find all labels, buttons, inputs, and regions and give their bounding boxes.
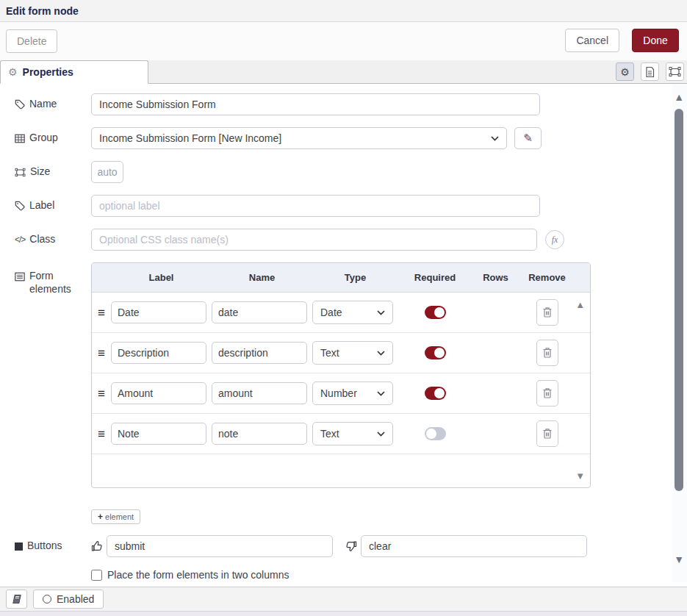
gear-icon: ⚙: [620, 67, 630, 77]
node-help-button[interactable]: [6, 590, 27, 609]
class-input[interactable]: [91, 229, 537, 251]
required-toggle[interactable]: [425, 306, 446, 319]
scrollbar-thumb[interactable]: [675, 109, 683, 491]
add-element-button[interactable]: + element: [91, 509, 140, 524]
table-scroll-down-icon[interactable]: ▼: [575, 471, 585, 481]
size-button[interactable]: auto: [91, 161, 123, 183]
remove-element-button[interactable]: [536, 380, 558, 407]
drag-handle-icon[interactable]: ≡: [92, 307, 111, 319]
buttons-label: Buttons: [15, 540, 91, 553]
required-column-header: Required: [398, 272, 472, 283]
remove-element-button[interactable]: [536, 340, 558, 366]
element-name-input[interactable]: [212, 423, 307, 445]
element-type-select[interactable]: Number: [312, 382, 393, 405]
document-icon: [644, 66, 655, 78]
buttons-row: Buttons: [15, 535, 687, 557]
name-column-header: Name: [212, 272, 312, 283]
status-circle-icon: [43, 595, 51, 604]
cancel-button[interactable]: Cancel: [565, 29, 619, 52]
tab-action-buttons: ⚙: [616, 62, 684, 81]
element-label-input[interactable]: [111, 423, 206, 445]
label-input[interactable]: [91, 195, 540, 217]
trash-icon: [542, 428, 553, 440]
group-label: Group: [15, 132, 91, 145]
group-select[interactable]: Income Submission Form [New Income]: [91, 127, 507, 149]
required-toggle[interactable]: [425, 387, 446, 400]
drag-handle-icon[interactable]: ≡: [92, 428, 111, 440]
properties-panel: Name Group Income Submission Form [New I…: [0, 84, 687, 581]
chevron-down-icon: [377, 431, 385, 437]
table-icon: [15, 134, 25, 143]
done-button[interactable]: Done: [632, 29, 679, 52]
submit-button-input[interactable]: [107, 535, 333, 557]
clear-button-input[interactable]: [361, 535, 587, 557]
square-icon: [15, 542, 23, 551]
pencil-icon: ✎: [523, 132, 533, 145]
table-row: ≡ Date: [92, 293, 590, 333]
trash-icon: [542, 307, 553, 318]
two-columns-row: Place the form elements in two columns: [91, 569, 687, 581]
required-toggle[interactable]: [425, 346, 446, 359]
element-label-input[interactable]: [111, 382, 206, 404]
form-elements-table: Label Name Type Required Rows Remove ≡ D…: [91, 262, 591, 488]
remove-column-header: Remove: [519, 272, 575, 283]
size-label: Size: [15, 165, 91, 179]
element-label-input[interactable]: [111, 342, 206, 364]
group-select-value: Income Submission Form [New Income]: [99, 132, 281, 144]
code-icon: </>: [15, 234, 25, 246]
element-type-select[interactable]: Text: [312, 341, 393, 365]
name-label: Name: [15, 98, 91, 111]
form-elements-label: Form elements: [15, 270, 91, 296]
drag-handle-icon[interactable]: ≡: [92, 347, 111, 359]
node-appearance-icon: [669, 66, 681, 77]
group-row: Group Income Submission Form [New Income…: [15, 127, 687, 149]
table-row: ≡ Number: [92, 373, 590, 414]
element-type-select[interactable]: Text: [312, 422, 393, 445]
trash-icon: [542, 347, 553, 359]
fx-icon: fx: [552, 234, 558, 246]
book-icon: [11, 594, 22, 604]
table-scroll-up-icon[interactable]: ▲: [575, 300, 585, 309]
size-row: Size auto: [15, 161, 687, 183]
name-row: Name: [15, 93, 687, 115]
table-body: ≡ Date ≡ Text: [92, 293, 590, 488]
two-columns-label: Place the form elements in two columns: [107, 569, 289, 581]
table-row: ≡ Text: [92, 333, 590, 373]
edit-group-button[interactable]: ✎: [514, 127, 542, 149]
type-column-header: Type: [312, 272, 398, 283]
scroll-up-icon[interactable]: ▲: [674, 91, 684, 103]
label-row: Label: [15, 195, 687, 217]
delete-button[interactable]: Delete: [6, 29, 57, 53]
label-column-header: Label: [111, 272, 212, 283]
remove-element-button[interactable]: [536, 420, 558, 447]
expression-button[interactable]: fx: [545, 230, 564, 249]
required-toggle[interactable]: [425, 427, 446, 440]
scroll-down-icon[interactable]: ▼: [674, 554, 684, 565]
drag-handle-icon[interactable]: ≡: [92, 387, 111, 400]
element-name-input[interactable]: [212, 301, 307, 323]
tag-icon: [15, 99, 25, 110]
workspace-edge: [0, 611, 687, 616]
tab-properties[interactable]: ⚙ Properties: [0, 60, 148, 84]
class-label: </> Class: [15, 233, 91, 246]
gear-icon: ⚙: [8, 67, 18, 77]
element-name-input[interactable]: [212, 342, 307, 364]
enabled-toggle-button[interactable]: Enabled: [33, 590, 104, 609]
name-input[interactable]: [91, 93, 540, 115]
dialog-header: Edit form node: [0, 0, 687, 22]
description-view-button[interactable]: [641, 62, 659, 81]
label-label: Label: [15, 199, 91, 212]
chevron-down-icon: [377, 391, 385, 396]
element-name-input[interactable]: [212, 382, 307, 404]
rows-column-header: Rows: [472, 272, 519, 283]
trash-icon: [542, 387, 553, 399]
remove-element-button[interactable]: [536, 299, 558, 326]
properties-view-button[interactable]: ⚙: [616, 62, 634, 81]
two-columns-checkbox[interactable]: [91, 570, 102, 581]
element-type-select[interactable]: Date: [312, 301, 393, 324]
enabled-label: Enabled: [57, 593, 94, 605]
appearance-view-button[interactable]: [666, 62, 684, 81]
element-label-input[interactable]: [111, 301, 206, 323]
chevron-down-icon: [491, 136, 499, 141]
dialog-footer: Enabled: [0, 587, 687, 611]
